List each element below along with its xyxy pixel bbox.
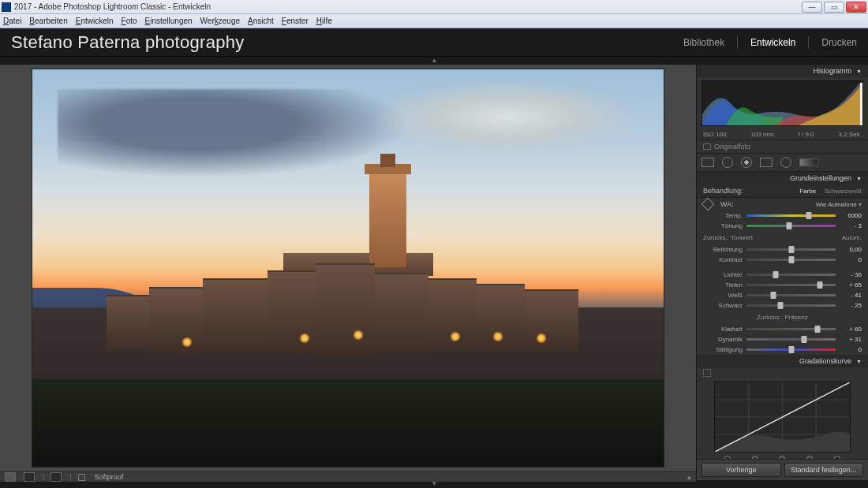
presence-reset-link[interactable]: Zurücks.: Präsenz xyxy=(703,314,862,321)
right-panel: Histogramm▼ ISO 100 103 mm f / 9.0 3,2 S… xyxy=(696,65,868,480)
maximize-button[interactable]: ▭ xyxy=(824,2,844,13)
tool-strip xyxy=(697,154,868,172)
module-library[interactable]: Bibliothek xyxy=(683,37,724,48)
original-icon xyxy=(703,143,711,150)
module-separator xyxy=(737,36,738,49)
module-picker: Bibliothek Entwickeln Drucken xyxy=(683,36,857,49)
menu-bar: Datei Bearbeiten Entwickeln Foto Einstel… xyxy=(0,14,868,28)
treatment-color[interactable]: Farbe xyxy=(799,188,816,195)
treatment-bw[interactable]: Schwarzweiß xyxy=(824,188,862,195)
wb-dropper-icon[interactable] xyxy=(702,198,715,211)
minimize-button[interactable]: — xyxy=(802,2,822,13)
menu-einstellungen[interactable]: Einstellungen xyxy=(145,17,193,25)
curve-target-icon[interactable] xyxy=(703,369,711,377)
close-button[interactable]: ✕ xyxy=(846,2,866,13)
tone-reset-link[interactable]: Zurücks.: Tonwert xyxy=(703,234,753,241)
preview-area: | | Softproof ▴ xyxy=(0,65,696,480)
menu-ansicht[interactable]: Ansicht xyxy=(248,17,274,25)
before-after-button[interactable] xyxy=(24,472,35,482)
menu-hilfe[interactable]: Hilfe xyxy=(316,17,332,25)
set-default-button[interactable]: Standard festlegen... xyxy=(784,463,864,477)
slider-whites[interactable]: Weiß - 41 xyxy=(697,290,868,300)
identity-plate: Stefano Paterna photography xyxy=(11,32,245,53)
photo-preview[interactable] xyxy=(32,69,664,467)
toolbar-expand-icon[interactable]: ▴ xyxy=(687,473,691,481)
crop-tool-icon[interactable] xyxy=(702,158,714,167)
module-print[interactable]: Drucken xyxy=(821,37,857,48)
curve-panel-header[interactable]: Gradationskurve▼ xyxy=(697,355,868,367)
histogram-metadata: ISO 100 103 mm f / 9.0 3,2 Sek. xyxy=(697,129,868,140)
meta-iso: ISO 100 xyxy=(703,131,726,138)
meta-focal: 103 mm xyxy=(750,131,773,138)
menu-datei[interactable]: Datei xyxy=(3,17,21,25)
tone-curve[interactable] xyxy=(714,382,851,453)
slider-highlights[interactable]: Lichter - 36 xyxy=(697,270,868,280)
tone-reset-row: Zurücks.: Tonwert Autom. xyxy=(697,231,868,244)
softproof-checkbox[interactable] xyxy=(78,474,85,481)
tone-auto-button[interactable]: Autom. xyxy=(753,234,862,241)
svg-rect-0 xyxy=(860,83,862,125)
histogram-panel-header[interactable]: Histogramm▼ xyxy=(697,65,868,77)
module-develop[interactable]: Entwickeln xyxy=(750,37,795,48)
menu-werkzeuge[interactable]: Werkzeuge xyxy=(200,17,240,25)
develop-toolbar: | | Softproof ▴ xyxy=(0,471,696,482)
histogram-display[interactable] xyxy=(702,80,863,126)
radial-tool-icon[interactable] xyxy=(780,157,791,168)
wb-preset-dropdown[interactable]: Wie Aufnahme xyxy=(816,201,862,208)
before-after-split-button[interactable] xyxy=(51,472,62,482)
slider-blacks[interactable]: Schwarz - 25 xyxy=(697,300,868,311)
white-balance-row: WA: Wie Aufnahme xyxy=(697,198,868,210)
softproof-label: Softproof xyxy=(95,473,124,481)
slider-exposure[interactable]: Belichtung 0,00 xyxy=(697,244,868,255)
basic-panel-header[interactable]: Grundeinstellungen▼ xyxy=(697,172,868,184)
meta-aperture: f / 9.0 xyxy=(798,131,814,138)
spot-tool-icon[interactable] xyxy=(722,157,733,168)
slider-contrast[interactable]: Kontrast 0 xyxy=(697,255,868,265)
right-panel-buttons: Vorherige Standard festlegen... xyxy=(697,459,868,480)
meta-shutter: 3,2 Sek. xyxy=(839,131,862,138)
top-panel-toggle[interactable]: ▴ xyxy=(0,57,868,65)
slider-tint[interactable]: Tönung - 3 xyxy=(697,221,868,231)
slider-saturation[interactable]: Sättigung 0 xyxy=(697,345,868,355)
menu-fenster[interactable]: Fenster xyxy=(282,17,309,25)
menu-foto[interactable]: Foto xyxy=(122,17,137,25)
slider-shadows[interactable]: Tiefen + 65 xyxy=(697,280,868,290)
loupe-view-button[interactable] xyxy=(5,472,16,482)
menu-entwickeln[interactable]: Entwickeln xyxy=(76,17,114,25)
module-separator xyxy=(808,36,809,49)
slider-temp[interactable]: Temp. 6000 xyxy=(697,210,868,221)
original-photo-toggle[interactable]: Originalfoto xyxy=(697,140,868,154)
window-titlebar: 2017 - Adobe Photoshop Lightroom Classic… xyxy=(0,0,868,14)
window-title: 2017 - Adobe Photoshop Lightroom Classic… xyxy=(14,2,802,11)
slider-vibrance[interactable]: Dynamik + 31 xyxy=(697,334,868,345)
identity-plate-row: Stefano Paterna photography Bibliothek E… xyxy=(0,28,868,57)
previous-button[interactable]: Vorherige xyxy=(702,463,781,477)
slider-clarity[interactable]: Klarheit + 60 xyxy=(697,324,868,334)
gradient-tool-icon[interactable] xyxy=(760,158,773,167)
presence-reset-row: Zurücks.: Präsenz xyxy=(697,311,868,324)
redeye-tool-icon[interactable] xyxy=(741,157,752,168)
menu-bearbeiten[interactable]: Bearbeiten xyxy=(29,17,67,25)
app-icon xyxy=(2,2,11,12)
brush-tool-icon[interactable] xyxy=(799,158,818,166)
treatment-row: Behandlung: Farbe Schwarzweiß xyxy=(697,184,868,198)
